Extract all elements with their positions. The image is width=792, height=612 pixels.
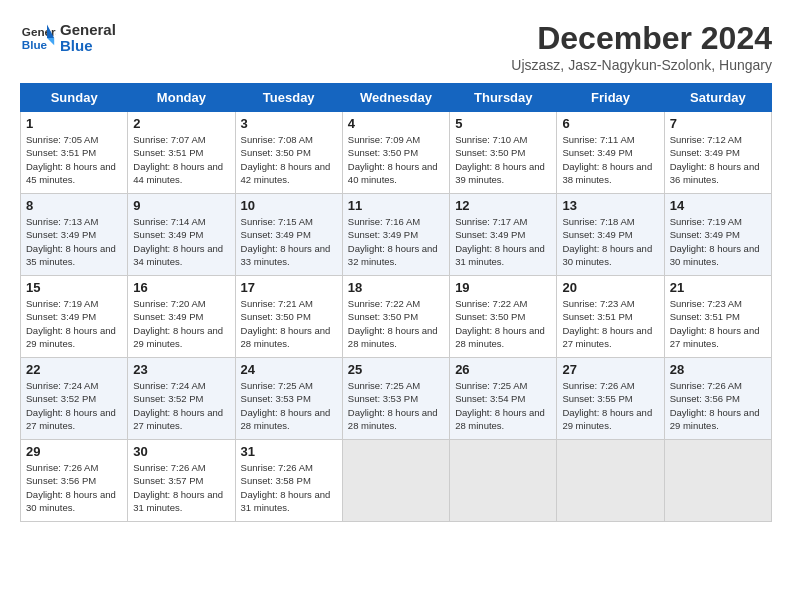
calendar-cell: 14 Sunrise: 7:19 AM Sunset: 3:49 PM Dayl… [664, 194, 771, 276]
day-number: 4 [348, 116, 444, 131]
calendar-week-1: 1 Sunrise: 7:05 AM Sunset: 3:51 PM Dayli… [21, 112, 772, 194]
day-number: 16 [133, 280, 229, 295]
calendar-cell: 2 Sunrise: 7:07 AM Sunset: 3:51 PM Dayli… [128, 112, 235, 194]
calendar-cell: 3 Sunrise: 7:08 AM Sunset: 3:50 PM Dayli… [235, 112, 342, 194]
day-info: Sunrise: 7:26 AM Sunset: 3:58 PM Dayligh… [241, 461, 337, 514]
page-subtitle: Ujszasz, Jasz-Nagykun-Szolonk, Hungary [511, 57, 772, 73]
calendar-cell: 24 Sunrise: 7:25 AM Sunset: 3:53 PM Dayl… [235, 358, 342, 440]
day-info: Sunrise: 7:23 AM Sunset: 3:51 PM Dayligh… [562, 297, 658, 350]
day-header-friday: Friday [557, 84, 664, 112]
calendar-cell: 15 Sunrise: 7:19 AM Sunset: 3:49 PM Dayl… [21, 276, 128, 358]
calendar-cell: 12 Sunrise: 7:17 AM Sunset: 3:49 PM Dayl… [450, 194, 557, 276]
header: General Blue General Blue December 2024 … [20, 20, 772, 73]
day-info: Sunrise: 7:05 AM Sunset: 3:51 PM Dayligh… [26, 133, 122, 186]
calendar-cell: 7 Sunrise: 7:12 AM Sunset: 3:49 PM Dayli… [664, 112, 771, 194]
day-info: Sunrise: 7:16 AM Sunset: 3:49 PM Dayligh… [348, 215, 444, 268]
title-section: December 2024 Ujszasz, Jasz-Nagykun-Szol… [511, 20, 772, 73]
calendar-cell: 5 Sunrise: 7:10 AM Sunset: 3:50 PM Dayli… [450, 112, 557, 194]
calendar-week-4: 22 Sunrise: 7:24 AM Sunset: 3:52 PM Dayl… [21, 358, 772, 440]
day-number: 19 [455, 280, 551, 295]
day-number: 22 [26, 362, 122, 377]
day-info: Sunrise: 7:24 AM Sunset: 3:52 PM Dayligh… [133, 379, 229, 432]
day-info: Sunrise: 7:23 AM Sunset: 3:51 PM Dayligh… [670, 297, 766, 350]
day-number: 3 [241, 116, 337, 131]
day-info: Sunrise: 7:22 AM Sunset: 3:50 PM Dayligh… [455, 297, 551, 350]
calendar-body: 1 Sunrise: 7:05 AM Sunset: 3:51 PM Dayli… [21, 112, 772, 522]
day-info: Sunrise: 7:07 AM Sunset: 3:51 PM Dayligh… [133, 133, 229, 186]
day-number: 26 [455, 362, 551, 377]
calendar-cell: 10 Sunrise: 7:15 AM Sunset: 3:49 PM Dayl… [235, 194, 342, 276]
day-number: 24 [241, 362, 337, 377]
calendar-cell: 18 Sunrise: 7:22 AM Sunset: 3:50 PM Dayl… [342, 276, 449, 358]
calendar-cell: 8 Sunrise: 7:13 AM Sunset: 3:49 PM Dayli… [21, 194, 128, 276]
day-header-thursday: Thursday [450, 84, 557, 112]
calendar-cell: 27 Sunrise: 7:26 AM Sunset: 3:55 PM Dayl… [557, 358, 664, 440]
calendar-cell: 6 Sunrise: 7:11 AM Sunset: 3:49 PM Dayli… [557, 112, 664, 194]
day-number: 29 [26, 444, 122, 459]
day-number: 30 [133, 444, 229, 459]
day-info: Sunrise: 7:15 AM Sunset: 3:49 PM Dayligh… [241, 215, 337, 268]
day-number: 9 [133, 198, 229, 213]
day-number: 11 [348, 198, 444, 213]
calendar-cell: 30 Sunrise: 7:26 AM Sunset: 3:57 PM Dayl… [128, 440, 235, 522]
day-number: 15 [26, 280, 122, 295]
calendar-cell [450, 440, 557, 522]
day-number: 21 [670, 280, 766, 295]
calendar-cell [664, 440, 771, 522]
calendar-week-5: 29 Sunrise: 7:26 AM Sunset: 3:56 PM Dayl… [21, 440, 772, 522]
day-info: Sunrise: 7:26 AM Sunset: 3:56 PM Dayligh… [26, 461, 122, 514]
day-info: Sunrise: 7:17 AM Sunset: 3:49 PM Dayligh… [455, 215, 551, 268]
day-info: Sunrise: 7:26 AM Sunset: 3:55 PM Dayligh… [562, 379, 658, 432]
svg-marker-3 [47, 38, 54, 45]
day-info: Sunrise: 7:20 AM Sunset: 3:49 PM Dayligh… [133, 297, 229, 350]
calendar-cell: 26 Sunrise: 7:25 AM Sunset: 3:54 PM Dayl… [450, 358, 557, 440]
day-number: 5 [455, 116, 551, 131]
day-header-wednesday: Wednesday [342, 84, 449, 112]
day-number: 27 [562, 362, 658, 377]
day-info: Sunrise: 7:26 AM Sunset: 3:57 PM Dayligh… [133, 461, 229, 514]
logo-general: General [60, 22, 116, 39]
day-number: 14 [670, 198, 766, 213]
calendar-week-3: 15 Sunrise: 7:19 AM Sunset: 3:49 PM Dayl… [21, 276, 772, 358]
calendar-cell: 11 Sunrise: 7:16 AM Sunset: 3:49 PM Dayl… [342, 194, 449, 276]
calendar-week-2: 8 Sunrise: 7:13 AM Sunset: 3:49 PM Dayli… [21, 194, 772, 276]
day-info: Sunrise: 7:24 AM Sunset: 3:52 PM Dayligh… [26, 379, 122, 432]
logo: General Blue General Blue [20, 20, 116, 56]
day-info: Sunrise: 7:19 AM Sunset: 3:49 PM Dayligh… [26, 297, 122, 350]
day-number: 2 [133, 116, 229, 131]
calendar-cell: 22 Sunrise: 7:24 AM Sunset: 3:52 PM Dayl… [21, 358, 128, 440]
calendar-cell: 17 Sunrise: 7:21 AM Sunset: 3:50 PM Dayl… [235, 276, 342, 358]
calendar-cell: 9 Sunrise: 7:14 AM Sunset: 3:49 PM Dayli… [128, 194, 235, 276]
day-info: Sunrise: 7:09 AM Sunset: 3:50 PM Dayligh… [348, 133, 444, 186]
day-number: 17 [241, 280, 337, 295]
day-info: Sunrise: 7:13 AM Sunset: 3:49 PM Dayligh… [26, 215, 122, 268]
day-info: Sunrise: 7:11 AM Sunset: 3:49 PM Dayligh… [562, 133, 658, 186]
calendar-cell: 28 Sunrise: 7:26 AM Sunset: 3:56 PM Dayl… [664, 358, 771, 440]
calendar-cell: 19 Sunrise: 7:22 AM Sunset: 3:50 PM Dayl… [450, 276, 557, 358]
day-number: 6 [562, 116, 658, 131]
days-header-row: SundayMondayTuesdayWednesdayThursdayFrid… [21, 84, 772, 112]
day-info: Sunrise: 7:10 AM Sunset: 3:50 PM Dayligh… [455, 133, 551, 186]
svg-text:Blue: Blue [22, 38, 48, 51]
day-info: Sunrise: 7:25 AM Sunset: 3:53 PM Dayligh… [348, 379, 444, 432]
calendar-cell: 25 Sunrise: 7:25 AM Sunset: 3:53 PM Dayl… [342, 358, 449, 440]
calendar-cell: 16 Sunrise: 7:20 AM Sunset: 3:49 PM Dayl… [128, 276, 235, 358]
calendar-cell: 13 Sunrise: 7:18 AM Sunset: 3:49 PM Dayl… [557, 194, 664, 276]
day-number: 1 [26, 116, 122, 131]
day-number: 23 [133, 362, 229, 377]
calendar-header: SundayMondayTuesdayWednesdayThursdayFrid… [21, 84, 772, 112]
day-info: Sunrise: 7:21 AM Sunset: 3:50 PM Dayligh… [241, 297, 337, 350]
day-header-monday: Monday [128, 84, 235, 112]
calendar-cell: 31 Sunrise: 7:26 AM Sunset: 3:58 PM Dayl… [235, 440, 342, 522]
calendar-table: SundayMondayTuesdayWednesdayThursdayFrid… [20, 83, 772, 522]
calendar-cell: 20 Sunrise: 7:23 AM Sunset: 3:51 PM Dayl… [557, 276, 664, 358]
calendar-cell: 1 Sunrise: 7:05 AM Sunset: 3:51 PM Dayli… [21, 112, 128, 194]
day-header-saturday: Saturday [664, 84, 771, 112]
day-info: Sunrise: 7:26 AM Sunset: 3:56 PM Dayligh… [670, 379, 766, 432]
calendar-cell: 23 Sunrise: 7:24 AM Sunset: 3:52 PM Dayl… [128, 358, 235, 440]
calendar-cell: 21 Sunrise: 7:23 AM Sunset: 3:51 PM Dayl… [664, 276, 771, 358]
calendar-cell: 29 Sunrise: 7:26 AM Sunset: 3:56 PM Dayl… [21, 440, 128, 522]
day-header-sunday: Sunday [21, 84, 128, 112]
logo-icon: General Blue [20, 20, 56, 56]
day-number: 13 [562, 198, 658, 213]
